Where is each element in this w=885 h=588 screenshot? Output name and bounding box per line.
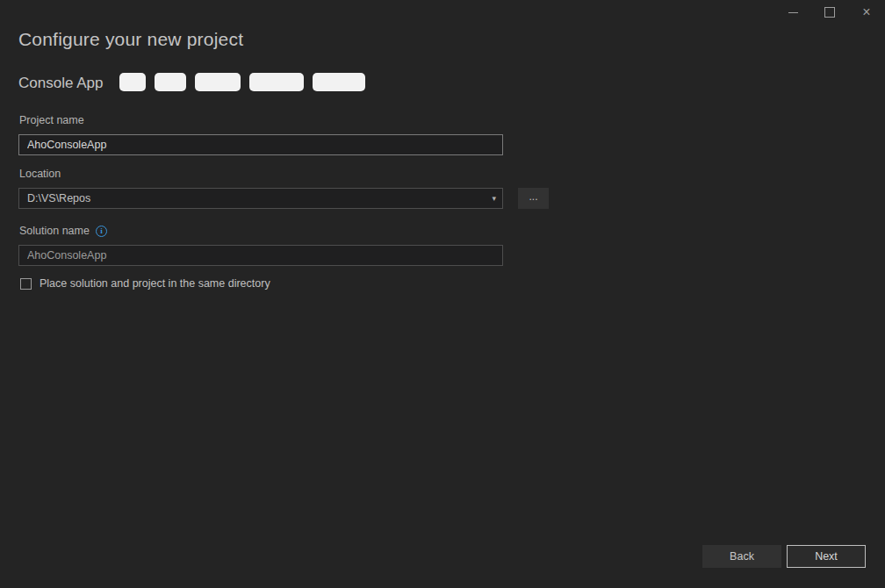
info-icon[interactable]: i — [96, 226, 107, 237]
location-combobox[interactable]: D:\VS\Repos ▾ — [18, 188, 503, 209]
project-name-input[interactable] — [18, 134, 503, 155]
solution-name-label: Solution name i — [19, 225, 107, 237]
template-tags — [119, 73, 374, 95]
tag-pill — [119, 73, 146, 91]
same-directory-checkbox-row: Place solution and project in the same d… — [20, 277, 270, 290]
browse-location-button[interactable]: ... — [518, 188, 549, 209]
maximize-button[interactable] — [811, 0, 848, 25]
close-button[interactable]: × — [848, 0, 885, 25]
template-name: Console App — [18, 75, 103, 92]
tag-pill — [313, 73, 365, 91]
titlebar-controls: × — [774, 0, 885, 25]
chevron-down-icon: ▾ — [492, 194, 496, 203]
minimize-button[interactable] — [774, 0, 811, 25]
template-row: Console App — [18, 74, 374, 93]
solution-name-input[interactable] — [18, 245, 503, 266]
close-icon: × — [862, 5, 870, 19]
same-directory-checkbox[interactable] — [20, 278, 32, 290]
tag-pill — [155, 73, 186, 91]
minimize-icon — [788, 12, 798, 13]
maximize-icon — [824, 7, 835, 18]
tag-pill — [249, 73, 304, 91]
page-title: Configure your new project — [18, 29, 243, 50]
tag-pill — [195, 73, 241, 91]
next-button[interactable]: Next — [787, 545, 866, 568]
same-directory-checkbox-label: Place solution and project in the same d… — [40, 277, 270, 290]
location-label: Location — [19, 168, 61, 180]
back-button[interactable]: Back — [702, 545, 781, 568]
solution-name-label-text: Solution name — [19, 225, 90, 237]
project-name-label: Project name — [19, 114, 84, 126]
location-value: D:\VS\Repos — [27, 192, 90, 204]
